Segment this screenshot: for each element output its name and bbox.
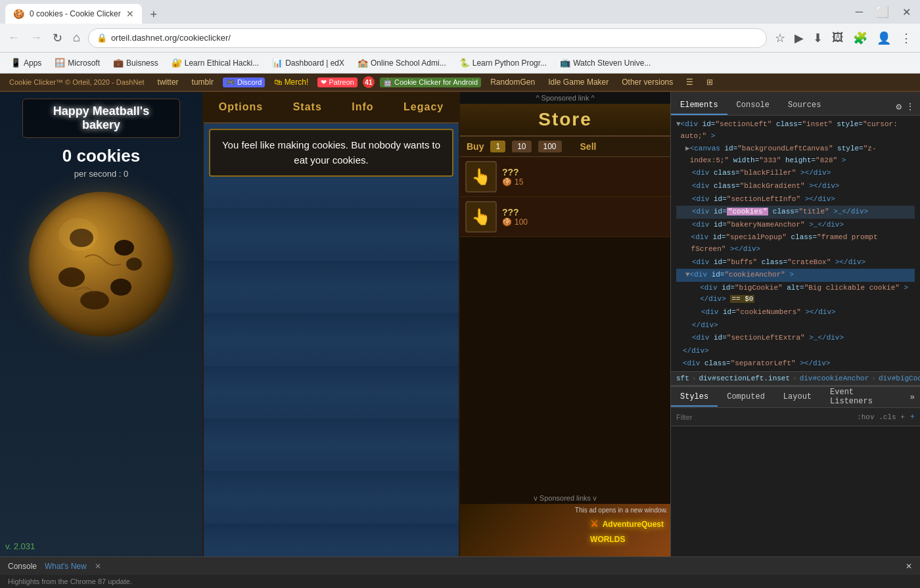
minimize-button[interactable]: ─: [852, 5, 867, 20]
menu-icon[interactable]: ⋮: [898, 28, 915, 48]
sources-tab[interactable]: Sources: [779, 97, 830, 115]
devtools-bottom: Styles Computed Layout Event Listeners »…: [671, 386, 920, 556]
school-label: Online School Admi...: [371, 58, 446, 68]
school-favicon: 🏫: [357, 58, 368, 68]
big-cookie[interactable]: [29, 192, 173, 336]
layout-tab[interactable]: Layout: [774, 388, 821, 407]
svg-point-6: [58, 218, 98, 251]
bc-section-left[interactable]: div#sectionLeft.inset: [699, 374, 790, 382]
microsoft-label: Microsoft: [68, 58, 100, 68]
devtools-more-icon[interactable]: ⋮: [906, 101, 915, 112]
url-text: orteil.dashnet.org/cookieclicker/: [111, 33, 231, 43]
close-window-button[interactable]: ✕: [898, 5, 915, 20]
html-line-7: <div id="specialPopup" class="framed pro…: [676, 231, 915, 256]
profile-icon[interactable]: 🖼: [829, 28, 846, 47]
sell-label: Sell: [580, 141, 597, 152]
legacy-button[interactable]: Legacy: [393, 97, 454, 117]
html-line-4: <div id="sectionLeftInfo" ></div>: [676, 193, 915, 206]
store-item-0[interactable]: 👆 ??? 🍪 15: [460, 157, 670, 197]
middle-content: [204, 182, 459, 556]
devtools-settings-icon[interactable]: ⚙: [896, 101, 902, 112]
refresh-button[interactable]: ↻: [50, 28, 65, 48]
quantity-1-button[interactable]: 1: [490, 141, 505, 152]
grid-icon[interactable]: ⊞: [702, 76, 717, 88]
bookmark-business[interactable]: 💼 Buisness: [108, 56, 164, 70]
bc-root[interactable]: sft: [676, 374, 689, 382]
idle-game-maker-link[interactable]: Idle Game Maker: [544, 76, 612, 88]
youtube-icon[interactable]: ▶: [792, 28, 806, 48]
event-listeners-tab[interactable]: Event Listeners: [821, 384, 905, 411]
bookmark-ethical-hacking[interactable]: 🔐 Learn Ethical Hacki...: [166, 56, 264, 70]
randomgen-link[interactable]: RandomGen: [486, 76, 539, 88]
stats-button[interactable]: Stats: [283, 97, 333, 117]
tumblr-link[interactable]: tumblr: [188, 76, 218, 88]
home-button[interactable]: ⌂: [70, 28, 83, 47]
patreon-badge[interactable]: ❤ Patreon: [317, 78, 357, 87]
new-tab-button[interactable]: +: [145, 5, 163, 24]
elements-tab[interactable]: Elements: [671, 97, 727, 115]
store-item-info-0: ??? 🍪 15: [502, 167, 665, 187]
styles-tab[interactable]: Styles: [671, 388, 718, 407]
bc-cookie-anchor[interactable]: div#cookieAnchor: [800, 374, 869, 382]
bookmark-steven-universe[interactable]: 📺 Watch Steven Unive...: [555, 56, 656, 70]
merch-link[interactable]: 🛍 Merch!: [270, 76, 312, 88]
twitter-link[interactable]: twitter: [154, 76, 183, 88]
tab-favicon: 🍪: [13, 9, 24, 19]
menu-toggle-icon[interactable]: ☰: [682, 76, 697, 88]
notification-badge[interactable]: 41: [363, 76, 375, 88]
maximize-button[interactable]: ⬜: [872, 5, 893, 20]
bookmark-edx[interactable]: 📊 Dashboard | edX: [267, 56, 350, 70]
quantity-100-button[interactable]: 100: [538, 141, 562, 152]
bc-big-cookie[interactable]: div#bigCookie: [879, 374, 920, 382]
tab-close-button[interactable]: ✕: [126, 9, 134, 19]
bottom-tabs-more[interactable]: »: [905, 389, 920, 406]
star-icon[interactable]: ☆: [772, 28, 788, 48]
active-tab[interactable]: 🍪 0 cookies - Cookie Clicker ✕: [5, 4, 142, 24]
download-icon[interactable]: ⬇: [810, 28, 825, 48]
ad-banner[interactable]: This ad opens in a new window. ⚔ Adventu…: [460, 504, 670, 556]
devtools-tabs: Elements Console Sources ⚙ ⋮: [671, 92, 920, 116]
console-close[interactable]: ✕: [906, 562, 912, 571]
computed-tab[interactable]: Computed: [718, 388, 774, 407]
svg-point-5: [126, 258, 142, 271]
html-line-13: <div id="sectionLeftExtra" >_</div>: [676, 332, 915, 345]
discord-badge[interactable]: 🎮 Discord: [223, 78, 265, 87]
whats-new-close[interactable]: ✕: [95, 562, 101, 571]
bookmark-microsoft[interactable]: 🪟 Microsoft: [49, 56, 105, 70]
bookmark-online-school[interactable]: 🏫 Online School Admi...: [352, 56, 451, 70]
store-item-1[interactable]: 👆 ??? 🍪 100: [460, 197, 670, 237]
microsoft-favicon: 🪟: [55, 58, 65, 68]
console-toggle[interactable]: Console: [8, 562, 37, 571]
user-icon[interactable]: 👤: [874, 28, 894, 48]
game-nav: Cookie Clicker™ © Orteil, 2020 - DashNet…: [0, 74, 920, 92]
whats-new-tab[interactable]: What's New: [45, 562, 87, 571]
android-badge[interactable]: 🤖 Cookie Clicker for Android: [380, 78, 481, 87]
buy-sell-bar: Buy 1 10 100 Sell: [460, 137, 670, 157]
quantity-10-button[interactable]: 10: [512, 141, 531, 152]
html-line-2: <div class="blackFiller" ></div>: [676, 167, 915, 180]
bookmark-python[interactable]: 🐍 Learn Python Progr...: [454, 56, 552, 70]
forward-button[interactable]: →: [28, 28, 45, 47]
other-versions-link[interactable]: Other versions: [618, 76, 677, 88]
html-line-1: ▶ <canvas id="backgroundLeftCanvas" styl…: [676, 143, 915, 167]
url-box[interactable]: 🔒 orteil.dashnet.org/cookieclicker/: [88, 28, 767, 48]
html-line-6: <div id="bakeryNameAnchor" >_</div>: [676, 219, 915, 232]
back-button[interactable]: ←: [5, 28, 22, 47]
add-rule-icon[interactable]: +: [910, 413, 915, 422]
bookmark-apps[interactable]: 📱 Apps: [5, 56, 47, 70]
bottom-console-bar: Console What's New ✕ ✕: [0, 556, 920, 575]
python-label: Learn Python Progr...: [472, 58, 547, 68]
status-bar: Highlights from the Chrome 87 update.: [0, 575, 920, 588]
html-tree[interactable]: ▼ <div id="sectionLeft" class="inset" st…: [671, 116, 920, 371]
bakery-name: Happy Meatball's bakery: [34, 104, 169, 132]
options-button[interactable]: Options: [208, 97, 273, 117]
console-tab[interactable]: Console: [727, 97, 779, 115]
filter-input[interactable]: [676, 413, 852, 421]
html-line-9[interactable]: ▼ <div id="cookieAnchor" >: [676, 269, 915, 282]
html-line-5[interactable]: <div id="cookies" class="title" >_</div>: [676, 206, 915, 219]
info-button[interactable]: Info: [341, 97, 384, 117]
bottom-tabs: Styles Computed Layout Event Listeners »: [671, 387, 920, 408]
extension-icon[interactable]: 🧩: [850, 28, 870, 48]
store-item-thumb-0: 👆: [465, 161, 497, 192]
html-line-0: ▼ <div id="sectionLeft" class="inset" st…: [676, 118, 915, 143]
